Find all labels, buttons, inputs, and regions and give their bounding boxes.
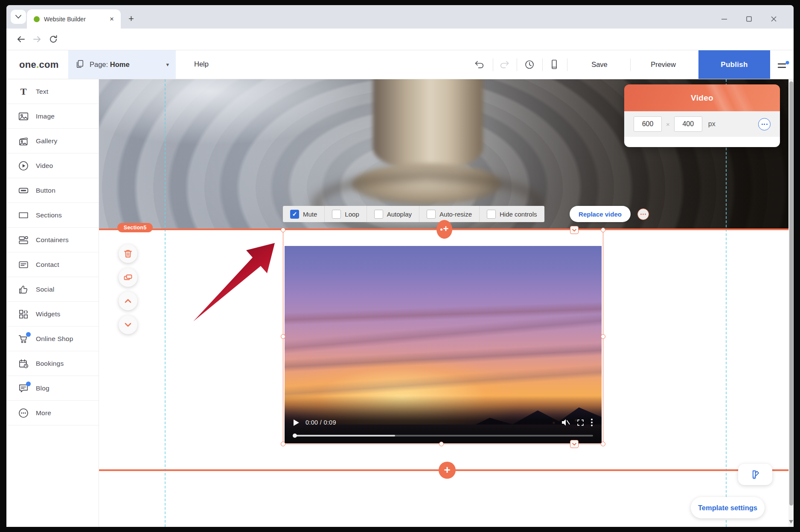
window-minimize-button[interactable] — [718, 14, 730, 24]
settings-menu-icon[interactable] — [777, 60, 790, 71]
resize-handle-mid-left[interactable] — [281, 334, 285, 339]
duplicate-section-button[interactable] — [119, 268, 137, 287]
sidebar-item-text[interactable]: T Text — [6, 79, 99, 104]
undo-icon[interactable] — [474, 58, 486, 71]
video-progress-bar[interactable] — [293, 435, 593, 437]
preview-button[interactable]: Preview — [630, 50, 696, 79]
sidebar-item-video[interactable]: Video — [6, 153, 99, 178]
blog-icon — [18, 383, 29, 394]
panel-more-options-icon[interactable] — [758, 118, 771, 130]
muted-volume-icon[interactable] — [561, 418, 570, 427]
browser-toolbar: ⋮ — [6, 29, 794, 50]
resize-handle-bottom-left[interactable] — [281, 442, 285, 446]
canvas-scrollbar[interactable] — [788, 79, 794, 527]
sidebar-item-online-shop[interactable]: Online Shop — [6, 327, 99, 351]
play-icon[interactable] — [293, 419, 300, 426]
more-icon — [18, 408, 29, 419]
forward-icon[interactable] — [32, 34, 43, 45]
sidebar-item-contact[interactable]: Contact — [6, 252, 99, 277]
section-label-badge: Section5 — [117, 223, 153, 232]
fullscreen-icon[interactable] — [576, 419, 585, 427]
sunset-video[interactable]: 0:00 / 0:09 — [285, 246, 602, 443]
window-maximize-button[interactable] — [743, 14, 755, 24]
scrollbar-thumb[interactable] — [789, 81, 793, 506]
sidebar-item-containers[interactable]: Containers — [6, 228, 99, 252]
builder-toolbar: one.com Page: Home ▾ Help Save Preview P… — [6, 50, 794, 79]
image-icon — [18, 111, 29, 122]
mute-option[interactable]: ✓ Mute — [283, 206, 324, 222]
tab-close-icon[interactable]: × — [108, 15, 116, 23]
sidebar-item-bookings[interactable]: Bookings — [6, 351, 99, 376]
toolbar-separator — [493, 58, 493, 71]
video-time-display: 0:00 / 0:09 — [305, 419, 336, 426]
browser-tab[interactable]: Website Builder × — [27, 9, 121, 29]
resize-handle-bottom-center[interactable] — [439, 442, 444, 446]
back-icon[interactable] — [16, 34, 27, 45]
history-icon[interactable] — [524, 58, 536, 71]
text-icon: T — [18, 86, 29, 97]
tab-title: Website Builder — [44, 16, 108, 23]
resize-handle-top-right[interactable] — [601, 228, 605, 232]
mute-checkbox[interactable]: ✓ — [290, 210, 299, 219]
video-panel-title: Video — [691, 93, 713, 103]
page-selector[interactable]: Page: Home ▾ — [68, 50, 176, 79]
video-options-bar: ✓ Mute ✓ Loop ✓ Autoplay ✓ Auto-resize — [283, 206, 544, 222]
video-panel-body: × px — [624, 111, 780, 137]
video-settings-panel: Video × px — [624, 84, 780, 147]
sidebar-item-widgets[interactable]: Widgets — [6, 302, 99, 327]
scrollbar-down-arrow[interactable] — [788, 520, 794, 525]
reload-icon[interactable] — [48, 34, 59, 45]
sidebar-item-sections[interactable]: Sections — [6, 203, 99, 228]
collapse-chevron-top-icon[interactable] — [570, 226, 579, 234]
player-kebab-icon[interactable] — [591, 418, 593, 427]
template-settings-button[interactable]: Template settings — [691, 497, 765, 518]
add-section-button[interactable]: + — [439, 462, 456, 479]
bookings-icon — [18, 358, 29, 369]
sidebar-item-blog[interactable]: Blog — [6, 376, 99, 401]
hide-controls-checkbox[interactable]: ✓ — [487, 210, 496, 219]
delete-section-button[interactable] — [119, 244, 137, 263]
autoplay-option[interactable]: ✓ Autoplay — [367, 206, 419, 222]
design-palette-button[interactable] — [738, 464, 772, 485]
save-button[interactable]: Save — [569, 50, 630, 79]
video-panel-header[interactable]: Video — [624, 84, 780, 111]
sections-icon — [18, 210, 29, 221]
add-element-button[interactable]: + — [436, 220, 452, 239]
sidebar-item-more[interactable]: More — [6, 401, 99, 425]
resize-handle-bottom-right[interactable] — [601, 442, 605, 446]
publish-button[interactable]: Publish — [698, 50, 770, 79]
widgets-icon — [18, 309, 29, 320]
help-button[interactable]: Help — [194, 60, 209, 68]
new-tab-button[interactable]: + — [128, 13, 134, 25]
loop-checkbox[interactable]: ✓ — [332, 210, 341, 219]
loop-option[interactable]: ✓ Loop — [325, 206, 366, 222]
containers-icon — [18, 234, 29, 246]
sidebar-item-social[interactable]: Social — [6, 277, 99, 302]
pages-icon — [75, 59, 84, 70]
video-panel-footer — [624, 137, 780, 147]
resize-handle-top-left[interactable] — [281, 228, 285, 232]
video-height-input[interactable] — [674, 116, 702, 132]
video-width-input[interactable] — [634, 116, 662, 132]
sidebar-item-gallery[interactable]: Gallery — [6, 129, 99, 153]
move-section-up-button[interactable] — [119, 292, 137, 310]
redo-icon[interactable] — [498, 58, 511, 71]
video-more-options-icon[interactable] — [637, 208, 649, 220]
progress-playhead[interactable] — [293, 434, 297, 438]
hide-controls-option[interactable]: ✓ Hide controls — [480, 206, 544, 222]
toolbar-separator — [567, 58, 567, 71]
tab-search-chevron-button[interactable] — [11, 10, 26, 24]
autoplay-checkbox[interactable]: ✓ — [374, 210, 383, 219]
resize-handle-mid-right[interactable] — [601, 334, 605, 339]
window-close-button[interactable] — [768, 14, 780, 24]
move-section-down-button[interactable] — [119, 315, 137, 334]
collapse-chevron-bottom-icon[interactable] — [570, 440, 579, 448]
sidebar-item-button[interactable]: Button — [6, 178, 99, 203]
auto-resize-checkbox[interactable]: ✓ — [427, 210, 436, 219]
one-com-logo: one.com — [19, 59, 59, 70]
auto-resize-option[interactable]: ✓ Auto-resize — [419, 206, 479, 222]
video-icon — [18, 160, 29, 171]
sidebar-item-image[interactable]: Image — [6, 104, 99, 129]
replace-video-button[interactable]: Replace video — [570, 206, 631, 222]
mobile-preview-icon[interactable] — [548, 58, 561, 71]
